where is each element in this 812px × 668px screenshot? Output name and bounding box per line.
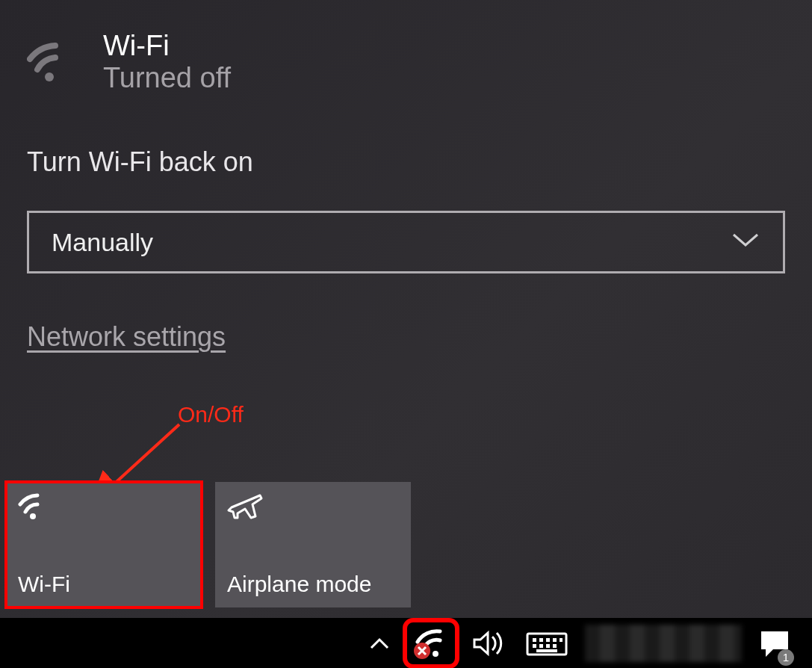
network-settings-link[interactable]: Network settings [27,321,226,353]
svg-rect-14 [553,644,557,648]
svg-point-2 [30,513,36,519]
network-flyout: Wi-Fi Turned off Turn Wi-Fi back on Manu… [0,0,812,618]
svg-line-1 [111,424,179,487]
svg-point-0 [45,72,54,81]
tray-network-icon[interactable] [407,622,455,664]
quick-action-tiles: Wi-Fi Airplane mode [6,482,411,607]
tray-action-center-icon[interactable]: 1 [758,622,791,664]
wifi-status-row: Wi-Fi Turned off [27,30,785,94]
taskbar: 1 [0,618,812,668]
wifi-status-text: Wi-Fi Turned off [103,30,231,94]
tray-volume-icon[interactable] [471,622,509,664]
svg-rect-13 [546,644,550,648]
chevron-down-icon [731,232,760,253]
svg-rect-11 [533,644,536,648]
wifi-state: Turned off [103,62,231,94]
wifi-title: Wi-Fi [103,30,231,62]
svg-rect-12 [539,644,543,648]
annotation-onoff-label: On/Off [178,402,244,427]
svg-rect-10 [560,638,562,642]
wifi-tile[interactable]: Wi-Fi [6,482,202,607]
wifi-off-icon [27,41,82,86]
airplane-icon [227,492,399,527]
tray-overflow-chevron-icon[interactable] [368,622,391,664]
turn-back-on-value: Manually [52,228,153,257]
tray-clock-blurred [585,625,742,662]
tray-keyboard-icon[interactable] [525,622,568,664]
turn-back-on-label: Turn Wi-Fi back on [27,146,785,178]
svg-rect-7 [539,638,543,642]
svg-point-3 [433,651,438,657]
svg-rect-8 [546,638,550,642]
airplane-tile-label: Airplane mode [227,572,399,597]
wifi-tile-label: Wi-Fi [18,572,190,597]
airplane-mode-tile[interactable]: Airplane mode [215,482,411,607]
notification-badge: 1 [778,649,794,666]
svg-rect-15 [536,649,557,652]
wifi-icon [18,492,190,524]
turn-back-on-select[interactable]: Manually [27,211,785,273]
tray-clock-area[interactable] [585,622,742,664]
svg-rect-6 [533,638,536,642]
svg-rect-9 [553,638,557,642]
